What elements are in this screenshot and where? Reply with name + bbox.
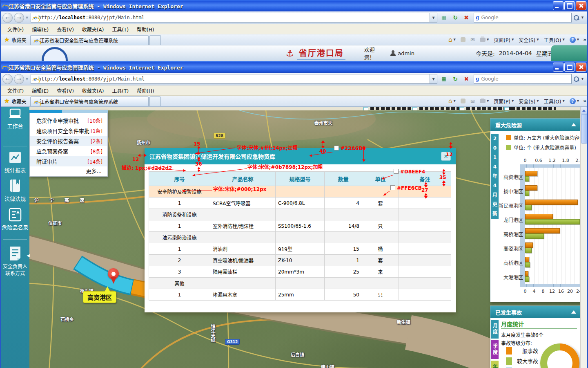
scrollbar-thumb[interactable] <box>581 114 587 144</box>
menu-item-label: 危货作业申报审批 <box>36 117 79 124</box>
search-button[interactable]: ▼ <box>572 74 586 84</box>
window-titlebar[interactable]: e 江苏省港口安全监管与应急管理系统 - Windows Internet Ex… <box>0 61 588 73</box>
minimize-button[interactable] <box>553 1 564 10</box>
map-region-label[interactable]: 高资港区 <box>83 291 116 303</box>
menu-file[interactable]: 文件(F) <box>3 86 28 95</box>
refresh-button[interactable]: ↻ <box>450 13 460 22</box>
search-button[interactable]: ▼ <box>572 13 586 22</box>
browser-tab[interactable]: e 江苏省港口安全监管与应急管理系统 <box>30 35 149 45</box>
print-button[interactable]: ▼ <box>477 99 491 103</box>
new-tab-stub[interactable] <box>149 35 161 45</box>
new-tab-stub[interactable] <box>149 96 161 106</box>
menu-item[interactable]: 应急预案备案[8条] <box>30 146 107 156</box>
menu-edit[interactable]: 编辑(E) <box>28 86 53 95</box>
favorites-button[interactable]: ★ 收藏夹 <box>0 34 30 45</box>
menu-favorites[interactable]: 收藏夹(A) <box>78 86 108 95</box>
back-button[interactable]: ← <box>2 13 13 23</box>
browser-tab[interactable]: e 江苏省港口安全监管与应急管理系统 <box>30 96 149 106</box>
menu-help[interactable]: 帮助(H) <box>133 25 158 34</box>
favorites-button[interactable]: ★ 收藏夹 <box>0 96 30 106</box>
compatibility-view-icon[interactable]: ▦ <box>439 74 449 84</box>
tools-menu-button[interactable]: 工具(O)▼ <box>541 98 567 105</box>
checkbox-icon[interactable] <box>363 107 368 110</box>
forward-button[interactable]: → <box>14 13 24 23</box>
address-dropdown-button[interactable]: ▼ <box>430 74 437 84</box>
read-mail-button[interactable]: ✉ <box>468 37 477 43</box>
compatibility-view-icon[interactable]: ▦ <box>439 13 449 22</box>
address-bar[interactable]: e http://localhost:8080/yjpt/Main.html <box>31 74 430 84</box>
search-input[interactable]: g Google <box>474 74 572 84</box>
help-button[interactable]: ?▼ <box>567 98 581 104</box>
scroll-up-button[interactable] <box>581 107 587 114</box>
refresh-button[interactable]: ↻ <box>450 74 460 83</box>
tab-monthly[interactable]: 月度 <box>491 320 499 339</box>
checkbox-icon[interactable] <box>412 107 417 110</box>
menu-edit[interactable]: 编辑(E) <box>28 25 53 34</box>
checkbox-icon[interactable] <box>459 107 464 110</box>
back-button[interactable]: ← <box>2 74 13 84</box>
home-button[interactable]: ⌂▼ <box>446 97 458 105</box>
page-menu-button[interactable]: 页面(P)▼ <box>491 98 516 105</box>
sidebar-item-hazmat-list[interactable]: 危险品名录 <box>1 207 29 231</box>
hazards-panel-header[interactable]: 重大危险源 <box>490 119 581 131</box>
accident-dist-label: 事故等级分布: <box>501 339 532 346</box>
address-dropdown-button[interactable]: ▼ <box>430 13 437 22</box>
close-button[interactable] <box>576 1 586 10</box>
main-content: 扬州市泰州市天沪宁高速仪征市桥头镇石桥乡镇江支线新生镇后白镇建山镇S28G312… <box>0 107 588 368</box>
stop-button[interactable]: ✖ <box>461 74 471 83</box>
sidebar-item-workbench[interactable]: 工作台 <box>1 108 29 130</box>
sidebar-item-reports[interactable]: 统计报表 <box>1 151 29 174</box>
menu-tools[interactable]: 工具(T) <box>108 86 133 95</box>
user-icon <box>390 50 395 56</box>
menu-view[interactable]: 查看(V) <box>53 86 78 95</box>
home-button[interactable]: ⌂▼ <box>446 36 458 43</box>
accidents-panel-header[interactable]: 已发生事故 <box>490 306 581 318</box>
read-mail-button[interactable]: ✉ <box>468 98 477 104</box>
tab-yearly[interactable]: 年度 <box>491 361 499 368</box>
menu-file[interactable]: 文件(F) <box>3 25 28 34</box>
search-input[interactable]: g Google <box>474 13 572 22</box>
help-button[interactable]: ?▼ <box>567 37 581 43</box>
history-dropdown-icon[interactable]: ▼ <box>26 77 28 81</box>
safety-menu-button[interactable]: 安全(S)▼ <box>516 36 541 43</box>
menu-item[interactable]: 危货作业申报审批[10条] <box>30 115 107 126</box>
tools-menu-button[interactable]: 工具(O)▼ <box>541 36 567 43</box>
menu-item[interactable]: 安全评价报告备案[2条] <box>30 136 107 146</box>
sidebar-item-safety-contacts[interactable]: 安全负责人联系方式 <box>1 246 29 277</box>
vertical-scrollbar[interactable] <box>580 107 587 368</box>
menu-help[interactable]: 帮助(H) <box>133 86 158 95</box>
sidebar-item-laws[interactable]: 法律法规 <box>1 179 29 202</box>
forward-button[interactable]: → <box>14 74 24 84</box>
restore-button[interactable] <box>564 1 575 10</box>
window-titlebar[interactable]: e 江苏省港口安全监管与应急管理系统 - Windows Internet Ex… <box>0 0 588 11</box>
sidebar-collapse-icon[interactable]: ◀ <box>27 253 30 258</box>
url-host: localhost <box>59 15 85 20</box>
table-cell: 堵漏用木塞 <box>210 289 276 301</box>
feeds-button[interactable] <box>458 37 468 42</box>
menu-item[interactable]: 建设项目安全条件审批[1条] <box>30 126 107 136</box>
tab-quarterly[interactable]: 季度 <box>491 340 499 359</box>
collapse-up-icon[interactable] <box>571 123 576 126</box>
menu-favorites[interactable]: 收藏夹(A) <box>78 25 108 34</box>
collapse-up-icon[interactable] <box>571 310 576 314</box>
leader-line <box>183 191 212 191</box>
feeds-button[interactable] <box>458 99 468 103</box>
page-menu-button[interactable]: 页面(P)▼ <box>491 36 516 43</box>
print-button[interactable]: ▼ <box>477 38 491 42</box>
address-bar[interactable]: e http://localhost:8080/yjpt/Main.html <box>31 13 430 22</box>
stop-button[interactable]: ✖ <box>461 13 471 22</box>
brand-name: 省厅港口局 <box>297 47 345 60</box>
checkbox-icon[interactable] <box>504 107 509 110</box>
restore-button[interactable] <box>564 63 575 72</box>
menu-item[interactable]: 附证审片[14条] <box>30 156 107 166</box>
menu-tools[interactable]: 工具(T) <box>108 25 133 34</box>
history-dropdown-icon[interactable]: ▼ <box>26 16 28 20</box>
annotation-header-color: #D8EEF4 <box>394 169 425 175</box>
close-button[interactable] <box>576 63 586 72</box>
menu-view[interactable]: 查看(V) <box>53 25 78 34</box>
map-pin[interactable] <box>108 268 119 279</box>
minimize-button[interactable] <box>553 63 564 72</box>
menu-more-link[interactable]: 更多... <box>30 166 107 175</box>
google-logo-icon: g <box>476 76 479 82</box>
safety-menu-button[interactable]: 安全(S)▼ <box>516 98 541 105</box>
